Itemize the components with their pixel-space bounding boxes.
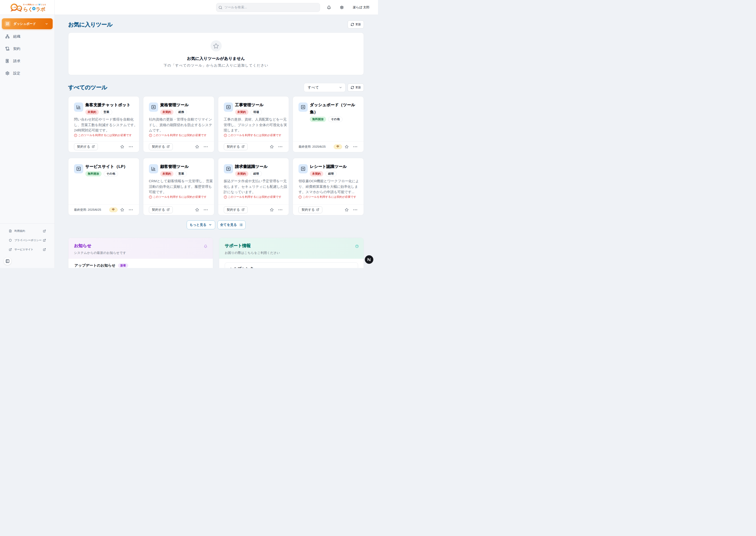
svg-text:ラボ: ラボ — [36, 7, 45, 12]
svg-text:日々の業務はもっと“楽”になる: 日々の業務はもっと“楽”になる — [23, 4, 46, 6]
svg-text:らく: らく — [23, 7, 33, 12]
